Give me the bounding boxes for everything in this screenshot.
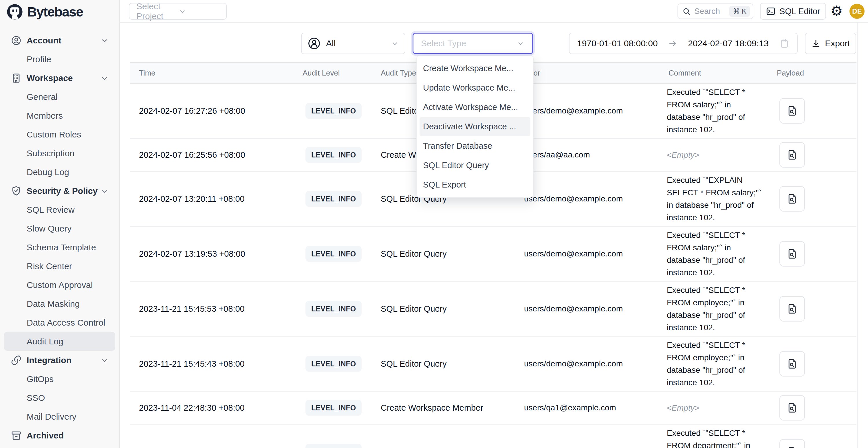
sidebar-item-label: Workspace [27, 73, 73, 83]
sidebar-item-custom-approval[interactable]: Custom Approval [4, 276, 115, 294]
row-time: 2024-02-07 13:19:53 +08:00 [139, 249, 245, 259]
sidebar-item-sql-review[interactable]: SQL Review [4, 200, 115, 219]
dropdown-option[interactable]: Activate Workspace Me... [420, 98, 530, 117]
row-audit-type: SQL Editor Query [381, 304, 447, 314]
file-search-icon [786, 193, 798, 204]
chevron-down-icon [100, 356, 109, 365]
type-filter-select[interactable]: Select Type [412, 33, 533, 54]
sidebar-item-gitops[interactable]: GitOps [4, 370, 115, 388]
sidebar-item-mail-delivery[interactable]: Mail Delivery [4, 407, 115, 426]
row-comment: Executed `"SELECT * FROM salary;"` in da… [667, 227, 762, 281]
payload-view-button[interactable] [779, 186, 805, 212]
sidebar-item-archived[interactable]: Archived [4, 426, 115, 445]
table-row: 2024-02-07 13:19:53 +08:00 LEVEL_INFO SQ… [130, 227, 857, 282]
audit-level-badge: LEVEL_INFO [305, 147, 362, 163]
sidebar-item-slow-query[interactable]: Slow Query [4, 219, 115, 238]
search-kbd-shortcut: ⌘ K [729, 6, 750, 17]
sidebar-item-label: Profile [27, 55, 51, 64]
payload-view-button[interactable] [779, 351, 805, 377]
payload-view-button[interactable] [779, 142, 805, 167]
chevron-down-icon [178, 7, 220, 15]
dropdown-option[interactable]: Update Workspace Me... [420, 78, 530, 98]
column-header-time: Time [139, 69, 155, 77]
dropdown-option[interactable]: Transfer Database [420, 136, 530, 156]
select-project-label: Select Project [136, 1, 178, 21]
row-time: 2023-11-21 15:45:43 +08:00 [139, 359, 245, 369]
dropdown-option[interactable]: SQL Editor Query [420, 156, 530, 175]
column-header-audit-type: Audit Type [381, 69, 416, 77]
sidebar-item-label: Slow Query [27, 224, 71, 233]
row-payload-cell [779, 241, 805, 266]
gear-icon[interactable]: ⚙ [830, 3, 843, 19]
sidebar-item-integration[interactable]: Integration [4, 351, 115, 370]
table-row: 2023-11-21 15:45:53 +08:00 LEVEL_INFO SQ… [130, 282, 857, 337]
sidebar-item-workspace[interactable]: Workspace [4, 69, 115, 87]
row-actor: users/aa@aa.com [524, 150, 590, 159]
dropdown-option[interactable]: Deactivate Workspace ... [420, 117, 530, 136]
sidebar-item-audit-log[interactable]: Audit Log [4, 332, 115, 351]
table-row: 2023-11-04 22:48:30 +08:00 LEVEL_INFO Cr… [130, 391, 857, 424]
sidebar-item-schema-template[interactable]: Schema Template [4, 238, 115, 257]
calendar-icon [779, 38, 789, 49]
export-label: Export [825, 38, 850, 48]
row-audit-level: LEVEL_INFO [305, 301, 362, 317]
sidebar-item-account[interactable]: Account [4, 31, 115, 50]
dropdown-option[interactable]: SQL Export [420, 175, 530, 194]
bytebase-logo[interactable]: Bytebase [6, 3, 83, 20]
avatar[interactable]: DE [849, 4, 865, 19]
sidebar-item-profile[interactable]: Profile [4, 50, 115, 69]
sidebar-item-data-access-control[interactable]: Data Access Control [4, 313, 115, 332]
global-search-input[interactable]: Search ⌘ K [678, 3, 753, 19]
export-button[interactable]: Export [805, 33, 856, 54]
sidebar-item-subscription[interactable]: Subscription [4, 144, 115, 163]
chevron-down-icon [100, 36, 109, 45]
row-audit-level: LEVEL_INFO [305, 191, 362, 207]
row-payload-cell [779, 296, 805, 322]
payload-view-button[interactable] [779, 439, 805, 448]
row-payload-cell [779, 186, 805, 212]
arrow-right-icon [668, 39, 678, 48]
column-header-payload: Payload [777, 69, 804, 77]
sidebar-item-label: Members [27, 111, 63, 121]
row-audit-level: LEVEL_INFO [305, 103, 362, 119]
dropdown-option[interactable]: Create Workspace Me... [420, 59, 530, 78]
sidebar-item-label: Risk Center [27, 261, 72, 271]
row-time: 2024-02-07 16:27:26 +08:00 [139, 106, 245, 116]
type-filter-placeholder: Select Type [421, 38, 517, 48]
date-range-picker[interactable]: 1970-01-01 08:00:00 2024-02-07 18:09:13 [569, 33, 798, 54]
row-comment: Executed `"SELECT * FROM employee;"` in … [667, 282, 762, 336]
select-project-dropdown[interactable]: Select Project [129, 3, 227, 20]
row-audit-type: SQL Editor Query [381, 447, 447, 448]
payload-view-button[interactable] [779, 296, 805, 322]
row-payload-cell [779, 395, 805, 420]
sql-editor-button[interactable]: SQL Editor [760, 3, 826, 20]
chevron-down-icon [100, 187, 109, 195]
row-time: 2023-11-21 15:45:53 +08:00 [139, 304, 245, 314]
audit-level-badge: LEVEL_INFO [305, 356, 362, 372]
chevron-down-icon [391, 39, 399, 47]
sidebar-item-label: Archived [27, 430, 64, 441]
table-row: 2023-11-21 15:45:43 +08:00 LEVEL_INFO SQ… [130, 337, 857, 391]
download-icon [811, 38, 821, 48]
row-time: 2023-11-04 21:26:24 +08:00 [139, 447, 245, 448]
sidebar-item-label: Schema Template [27, 243, 96, 252]
sidebar: Bytebase Account Profile [0, 0, 120, 448]
row-audit-level: LEVEL_INFO [305, 246, 362, 262]
payload-view-button[interactable] [779, 241, 805, 266]
sidebar-item-label: Account [27, 36, 61, 45]
row-actor: users/demo@example.com [524, 194, 623, 203]
sidebar-item-general[interactable]: General [4, 87, 115, 106]
sidebar-item-data-masking[interactable]: Data Masking [4, 294, 115, 313]
payload-view-button[interactable] [779, 395, 805, 420]
sidebar-item-sso[interactable]: SSO [4, 388, 115, 407]
sidebar-item-security-policy[interactable]: Security & Policy [4, 182, 115, 200]
actor-filter-select[interactable]: All [301, 33, 405, 54]
sidebar-item-risk-center[interactable]: Risk Center [4, 257, 115, 276]
payload-view-button[interactable] [779, 98, 805, 124]
row-comment: Executed `"SELECT * FROM salary;"` in da… [667, 84, 762, 138]
audit-level-badge: LEVEL_INFO [305, 191, 362, 207]
sidebar-item-custom-roles[interactable]: Custom Roles [4, 125, 115, 144]
sidebar-item-debug-log[interactable]: Debug Log [4, 163, 115, 182]
sidebar-item-members[interactable]: Members [4, 106, 115, 125]
file-search-icon [786, 303, 798, 315]
